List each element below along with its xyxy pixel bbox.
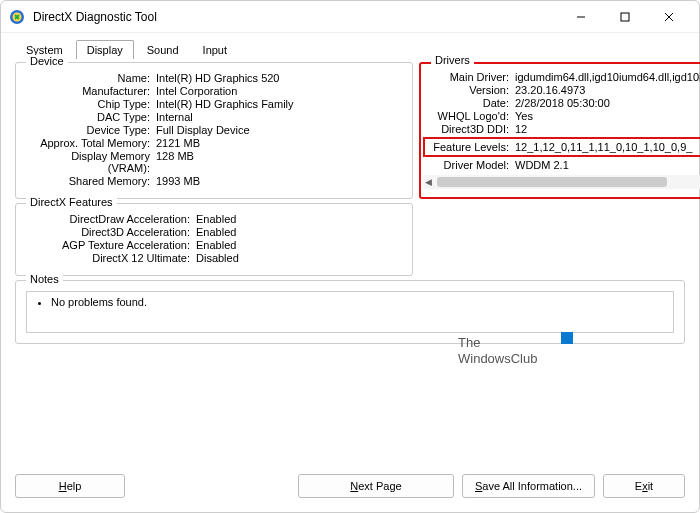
label: Shared Memory: bbox=[26, 175, 156, 187]
value: Yes bbox=[515, 110, 700, 122]
label: DAC Type: bbox=[26, 111, 156, 123]
value: 23.20.16.4973 bbox=[515, 84, 700, 96]
notes-message: No problems found. bbox=[51, 296, 665, 308]
tab-strip: System Display Sound Input bbox=[1, 33, 699, 58]
button-row: Help Next Page Save All Information... E… bbox=[1, 466, 699, 512]
scroll-left-icon[interactable]: ◀ bbox=[425, 177, 432, 187]
tab-display[interactable]: Display bbox=[76, 40, 134, 59]
minimize-button[interactable] bbox=[559, 2, 603, 32]
notes-textbox[interactable]: No problems found. bbox=[26, 291, 674, 333]
label: Display Memory (VRAM): bbox=[26, 150, 156, 174]
label: Version: bbox=[427, 84, 515, 96]
directx-features-group: DirectX Features DirectDraw Acceleration… bbox=[15, 203, 413, 276]
value: Intel(R) HD Graphics Family bbox=[156, 98, 402, 110]
label: Direct3D DDI: bbox=[427, 123, 515, 135]
dxdiag-window: DirectX Diagnostic Tool System Display S… bbox=[0, 0, 700, 513]
value: Enabled bbox=[196, 213, 402, 225]
device-group: Device Name:Intel(R) HD Graphics 520 Man… bbox=[15, 62, 413, 199]
drivers-group: Drivers Main Driver:igdumdim64.dll,igd10… bbox=[419, 62, 700, 199]
next-page-button[interactable]: Next Page bbox=[298, 474, 454, 498]
value: Enabled bbox=[196, 239, 402, 251]
value: Full Display Device bbox=[156, 124, 402, 136]
scrollbar-thumb[interactable] bbox=[437, 177, 667, 187]
drivers-legend: Drivers bbox=[431, 54, 474, 66]
app-icon bbox=[9, 9, 25, 25]
label: Chip Type: bbox=[26, 98, 156, 110]
value: Disabled bbox=[196, 252, 402, 264]
help-button[interactable]: Help bbox=[15, 474, 125, 498]
features-legend: DirectX Features bbox=[26, 196, 117, 208]
label: Date: bbox=[427, 97, 515, 109]
value: Internal bbox=[156, 111, 402, 123]
value: Intel Corporation bbox=[156, 85, 402, 97]
titlebar: DirectX Diagnostic Tool bbox=[1, 1, 699, 33]
drivers-hscrollbar[interactable]: ◀ ▶ bbox=[423, 175, 700, 189]
tab-input[interactable]: Input bbox=[192, 40, 238, 59]
value: 1993 MB bbox=[156, 175, 402, 187]
window-controls bbox=[559, 2, 691, 32]
notes-group: Notes No problems found. bbox=[15, 280, 685, 344]
label: DirectDraw Acceleration: bbox=[26, 213, 196, 225]
label: Feature Levels: bbox=[427, 141, 515, 153]
value: 12 bbox=[515, 123, 700, 135]
label: Direct3D Acceleration: bbox=[26, 226, 196, 238]
label: WHQL Logo'd: bbox=[427, 110, 515, 122]
value: Enabled bbox=[196, 226, 402, 238]
label: AGP Texture Acceleration: bbox=[26, 239, 196, 251]
label: Approx. Total Memory: bbox=[26, 137, 156, 149]
notes-legend: Notes bbox=[26, 273, 63, 285]
label: Device Type: bbox=[26, 124, 156, 136]
svg-rect-3 bbox=[621, 13, 629, 21]
value: igdumdim64.dll,igd10iumd64.dll,igd10iu bbox=[515, 71, 700, 83]
value: 2121 MB bbox=[156, 137, 402, 149]
close-button[interactable] bbox=[647, 2, 691, 32]
value: 12_1,12_0,11_1,11_0,10_1,10_0,9_ bbox=[515, 141, 700, 153]
label: Manufacturer: bbox=[26, 85, 156, 97]
value: 128 MB bbox=[156, 150, 402, 174]
save-all-button[interactable]: Save All Information... bbox=[462, 474, 595, 498]
value: WDDM 2.1 bbox=[515, 159, 700, 171]
label: Name: bbox=[26, 72, 156, 84]
label: Main Driver: bbox=[427, 71, 515, 83]
value: 2/28/2018 05:30:00 bbox=[515, 97, 700, 109]
maximize-button[interactable] bbox=[603, 2, 647, 32]
device-legend: Device bbox=[26, 55, 68, 67]
tab-sound[interactable]: Sound bbox=[136, 40, 190, 59]
exit-button[interactable]: Exit bbox=[603, 474, 685, 498]
label: Driver Model: bbox=[427, 159, 515, 171]
value: Intel(R) HD Graphics 520 bbox=[156, 72, 402, 84]
window-title: DirectX Diagnostic Tool bbox=[33, 10, 559, 24]
feature-levels-row: Feature Levels:12_1,12_0,11_1,11_0,10_1,… bbox=[423, 137, 700, 157]
label: DirectX 12 Ultimate: bbox=[26, 252, 196, 264]
tab-content: Device Name:Intel(R) HD Graphics 520 Man… bbox=[1, 58, 699, 466]
